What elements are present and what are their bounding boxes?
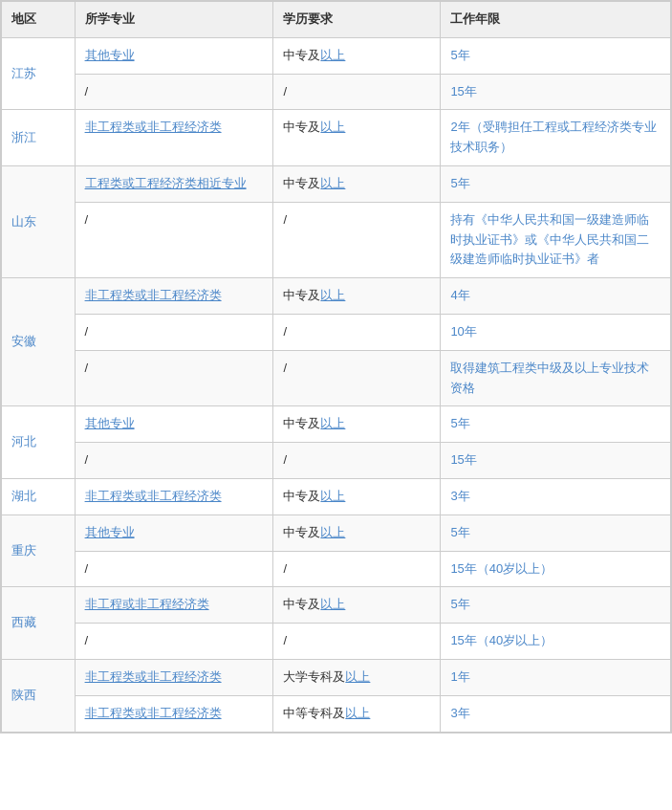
edu-link[interactable]: 以上 bbox=[320, 416, 345, 430]
major-cell: 非工程类或非工程经济类 bbox=[75, 478, 273, 514]
edu-cell: 中专及以上 bbox=[273, 478, 441, 514]
edu-cell: 中专及以上 bbox=[273, 278, 441, 315]
work-value: 15年（40岁以上） bbox=[450, 633, 553, 647]
major-cell: / bbox=[75, 74, 273, 110]
major-cell: / bbox=[75, 350, 273, 406]
work-value: 4年 bbox=[450, 288, 469, 302]
table-row: 安徽非工程类或非工程经济类中专及以上4年 bbox=[2, 278, 671, 315]
edu-link[interactable]: 以上 bbox=[320, 489, 345, 503]
major-cell: 非工程类或非工程经济类 bbox=[75, 695, 273, 732]
edu-cell: / bbox=[273, 551, 441, 587]
major-link[interactable]: 非工程类或非工程经济类 bbox=[85, 706, 222, 720]
edu-link[interactable]: 以上 bbox=[320, 176, 345, 190]
edu-link[interactable]: 以上 bbox=[320, 288, 345, 302]
region-cell: 陕西 bbox=[2, 659, 76, 732]
region-cell: 湖北 bbox=[2, 478, 76, 514]
work-cell: 10年 bbox=[441, 314, 671, 350]
work-value: 15年 bbox=[450, 84, 476, 99]
work-cell: 5年 bbox=[441, 406, 671, 443]
table-row: //15年（40岁以上） bbox=[2, 624, 671, 660]
major-cell: 非工程类或非工程经济类 bbox=[75, 278, 273, 315]
major-cell: 其他专业 bbox=[75, 406, 273, 443]
work-value: 5年 bbox=[450, 48, 469, 62]
region-cell: 山东 bbox=[2, 165, 76, 277]
edu-cell: 中专及以上 bbox=[273, 406, 441, 443]
work-cell: 2年（受聘担任工程或工程经济类专业技术职务） bbox=[441, 110, 671, 166]
major-link[interactable]: 非工程类或非工程经济类 bbox=[85, 288, 222, 302]
region-cell: 江苏 bbox=[2, 37, 76, 110]
major-cell: 非工程类或非工程经济类 bbox=[75, 110, 273, 166]
work-cell: 15年（40岁以上） bbox=[441, 551, 671, 587]
major-link[interactable]: 工程类或工程经济类相近专业 bbox=[85, 176, 247, 190]
work-cell: 4年 bbox=[441, 278, 671, 315]
major-link[interactable]: 其他专业 bbox=[85, 416, 135, 430]
work-value: 5年 bbox=[450, 416, 469, 430]
edu-cell: 中专及以上 bbox=[273, 165, 441, 202]
work-cell: 5年 bbox=[441, 514, 671, 551]
work-value: 取得建筑工程类中级及以上专业技术资格 bbox=[450, 361, 649, 395]
table-row: //持有《中华人民共和国一级建造师临时执业证书》或《中华人民共和国二级建造师临时… bbox=[2, 202, 671, 277]
table-row: 湖北非工程类或非工程经济类中专及以上3年 bbox=[2, 478, 671, 514]
major-cell: / bbox=[75, 551, 273, 587]
major-cell: 非工程或非工程经济类 bbox=[75, 587, 273, 624]
major-link[interactable]: 非工程类或非工程经济类 bbox=[85, 120, 222, 134]
major-cell: 其他专业 bbox=[75, 514, 273, 551]
major-cell: / bbox=[75, 314, 273, 350]
table-row: 浙江非工程类或非工程经济类中专及以上2年（受聘担任工程或工程经济类专业技术职务） bbox=[2, 110, 671, 166]
work-cell: 1年 bbox=[441, 659, 671, 695]
major-cell: 工程类或工程经济类相近专业 bbox=[75, 165, 273, 202]
major-cell: / bbox=[75, 624, 273, 660]
edu-link[interactable]: 以上 bbox=[345, 706, 370, 720]
table-header-row: 地区 所学专业 学历要求 工作年限 bbox=[2, 2, 671, 38]
work-value: 3年 bbox=[450, 706, 469, 720]
major-link[interactable]: 非工程类或非工程经济类 bbox=[85, 489, 222, 503]
table-row: 重庆其他专业中专及以上5年 bbox=[2, 514, 671, 551]
table-row: 陕西非工程类或非工程经济类大学专科及以上1年 bbox=[2, 659, 671, 695]
major-link[interactable]: 非工程类或非工程经济类 bbox=[85, 669, 222, 684]
work-value: 10年 bbox=[450, 324, 476, 339]
work-cell: 5年 bbox=[441, 37, 671, 74]
major-link[interactable]: 非工程或非工程经济类 bbox=[85, 597, 209, 611]
edu-link[interactable]: 以上 bbox=[320, 48, 345, 62]
edu-link[interactable]: 以上 bbox=[320, 597, 345, 611]
table-row: 非工程类或非工程经济类中等专科及以上3年 bbox=[2, 695, 671, 732]
edu-link[interactable]: 以上 bbox=[320, 120, 345, 134]
work-cell: 取得建筑工程类中级及以上专业技术资格 bbox=[441, 350, 671, 406]
table-row: //取得建筑工程类中级及以上专业技术资格 bbox=[2, 350, 671, 406]
edu-cell: / bbox=[273, 202, 441, 277]
work-value: 5年 bbox=[450, 525, 469, 539]
region-cell: 重庆 bbox=[2, 514, 76, 587]
major-link[interactable]: 其他专业 bbox=[85, 48, 135, 62]
region-cell: 安徽 bbox=[2, 278, 76, 406]
edu-cell: 中专及以上 bbox=[273, 514, 441, 551]
work-value: 15年（40岁以上） bbox=[450, 561, 553, 576]
table-row: 山东工程类或工程经济类相近专业中专及以上5年 bbox=[2, 165, 671, 202]
work-value: 2年（受聘担任工程或工程经济类专业技术职务） bbox=[450, 120, 656, 154]
edu-cell: / bbox=[273, 350, 441, 406]
edu-link[interactable]: 以上 bbox=[345, 669, 370, 684]
region-cell: 河北 bbox=[2, 406, 76, 479]
table-row: 江苏其他专业中专及以上5年 bbox=[2, 37, 671, 74]
work-value: 15年 bbox=[450, 452, 476, 467]
edu-link[interactable]: 以上 bbox=[320, 525, 345, 539]
edu-cell: 中专及以上 bbox=[273, 587, 441, 624]
region-cell: 西藏 bbox=[2, 587, 76, 660]
work-cell: 5年 bbox=[441, 587, 671, 624]
edu-cell: / bbox=[273, 74, 441, 110]
header-major: 所学专业 bbox=[75, 2, 273, 38]
header-work: 工作年限 bbox=[441, 2, 671, 38]
edu-cell: / bbox=[273, 624, 441, 660]
edu-cell: 中专及以上 bbox=[273, 37, 441, 74]
work-value: 5年 bbox=[450, 597, 469, 611]
work-value: 5年 bbox=[450, 176, 469, 190]
table-row: //15年 bbox=[2, 74, 671, 110]
work-cell: 持有《中华人民共和国一级建造师临时执业证书》或《中华人民共和国二级建造师临时执业… bbox=[441, 202, 671, 277]
table-row: //15年 bbox=[2, 443, 671, 479]
major-cell: 非工程类或非工程经济类 bbox=[75, 659, 273, 695]
edu-cell: 中专及以上 bbox=[273, 110, 441, 166]
work-value: 持有《中华人民共和国一级建造师临时执业证书》或《中华人民共和国二级建造师临时执业… bbox=[450, 212, 649, 267]
main-table-container: 地区 所学专业 学历要求 工作年限 江苏其他专业中专及以上5年//15年浙江非工… bbox=[0, 0, 672, 733]
work-cell: 15年（40岁以上） bbox=[441, 624, 671, 660]
header-edu: 学历要求 bbox=[273, 2, 441, 38]
major-link[interactable]: 其他专业 bbox=[85, 525, 135, 539]
